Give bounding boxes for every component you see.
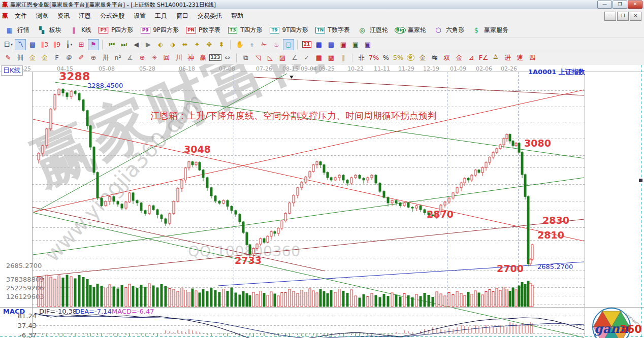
fan-box-tool[interactable]: ◺ <box>265 52 276 63</box>
t9-square-button[interactable]: T99T四方形 <box>268 23 310 37</box>
kline-mode-label[interactable]: 日K线 <box>1 65 23 76</box>
spiral-square-tool[interactable]: 回 <box>161 52 172 63</box>
percent7-tool[interactable]: 7% <box>368 52 379 63</box>
grid-tool[interactable]: ▦ <box>313 52 325 63</box>
bars-tool[interactable]: 非 <box>356 52 367 63</box>
starburst-tool[interactable]: ✳ <box>149 52 160 63</box>
menu-item-资讯[interactable]: 资讯 <box>53 10 74 22</box>
menu-item-江恩[interactable]: 江恩 <box>74 10 95 22</box>
bars-9-icon[interactable]: ‖9 <box>51 39 62 50</box>
menu-item-工具[interactable]: 工具 <box>150 10 172 22</box>
t-number-button-glyph[interactable]: TN <box>315 24 326 36</box>
angle-a-tool[interactable]: ∡ <box>124 52 136 63</box>
hexagon-button[interactable]: ⬡六角形 <box>431 23 466 37</box>
fence2-tool[interactable]: 卅 <box>100 52 111 63</box>
angle-lines-tool[interactable]: ∠ <box>289 52 300 63</box>
close-button[interactable]: ✕ <box>628 1 642 9</box>
menu-item-公式选股[interactable]: 公式选股 <box>95 10 129 22</box>
angle-eq-tool[interactable]: ⊿ <box>466 52 477 63</box>
calendar-icon[interactable]: 21 <box>301 39 312 50</box>
skip-start-button[interactable]: ⏮ <box>106 39 117 50</box>
diamond-right-button[interactable]: ⬗ <box>167 39 178 50</box>
box-tool[interactable]: ⧉ <box>240 52 251 63</box>
circle-cross-tool[interactable]: ⊕ <box>137 52 148 63</box>
n2-tool[interactable]: n² <box>112 52 123 63</box>
menu-item-文件[interactable]: 文件 <box>10 10 31 22</box>
pen2-tool[interactable]: ✐ <box>76 52 87 63</box>
double-a-tool[interactable]: 双 <box>441 52 453 63</box>
ruler-tool[interactable]: 123 <box>210 52 221 63</box>
f-angle-tool[interactable]: F∠ <box>478 52 489 63</box>
fan-tool[interactable]: ◹ <box>252 52 264 63</box>
knife-tool[interactable]: ↹ <box>429 52 440 63</box>
bars-3-icon[interactable]: ‖3 <box>39 39 50 50</box>
stamp-tool[interactable]: ♨ <box>271 39 282 50</box>
maximize-button[interactable]: ❐ <box>613 1 627 9</box>
p9-square-button[interactable]: P99P四方形 <box>138 23 180 37</box>
candle-style-dropdown[interactable]: 日▾ <box>3 39 14 50</box>
document-icon[interactable]: ▤ <box>27 39 38 50</box>
winner-wheel-button[interactable]: Big赢家轮 <box>393 23 428 37</box>
gann-wheel-button-glyph[interactable]: ◎ <box>357 24 368 36</box>
gann-wheel-button[interactable]: ◎江恩轮 <box>355 23 390 37</box>
t-square-button-glyph[interactable]: T3 <box>227 24 238 36</box>
percent5-tool[interactable]: 5% <box>393 52 404 63</box>
mdi-close-button[interactable]: ✕ <box>630 12 641 21</box>
candle-dropdown[interactable]: ╽▾ <box>63 39 75 50</box>
zigzag-window-icon[interactable]: 〽 <box>15 39 26 50</box>
gold-red-tool[interactable]: 金 <box>454 52 465 63</box>
kline-button-glyph[interactable]: ∥ <box>68 24 79 36</box>
sectors-button-glyph[interactable]: ▚ <box>36 24 47 36</box>
grid2-tool[interactable]: ▩ <box>326 52 337 63</box>
p-number-button[interactable]: PNP数字表 <box>184 23 222 37</box>
wave-tool[interactable]: 川 <box>173 52 184 63</box>
width-tool[interactable]: ⇔ <box>222 52 233 63</box>
service-button[interactable]: $赢家服务 <box>469 23 510 37</box>
t9-square-button-glyph[interactable]: T9 <box>269 24 280 36</box>
import-icon[interactable]: ▣ <box>362 39 373 50</box>
sectors-button[interactable]: ▚板块 <box>35 23 63 37</box>
spiral-tool[interactable]: ＠ <box>63 52 75 63</box>
quotes-button[interactable]: ▦行情 <box>3 23 31 37</box>
diamond-cross-button[interactable]: ✥ <box>204 39 215 50</box>
parallel-tool[interactable]: ∥ <box>338 52 349 63</box>
selection-handle[interactable] <box>639 179 642 182</box>
quotes-button-glyph[interactable]: ▦ <box>4 24 15 36</box>
f-fence-tool[interactable]: F <box>51 52 62 63</box>
p-square-button[interactable]: P3P四方形 <box>96 23 135 37</box>
service-button-glyph[interactable]: $ <box>471 24 482 36</box>
crosshair-tool[interactable]: ＋ <box>246 39 257 50</box>
diamond-left-button[interactable]: ⬖ <box>155 39 166 50</box>
pattern-box-icon[interactable]: ⊞ <box>76 39 87 50</box>
ying-tool[interactable]: 赢 <box>198 52 209 63</box>
menu-item-设置[interactable]: 设置 <box>129 10 150 22</box>
roundbox-tool[interactable]: ▢ <box>283 39 294 50</box>
prev-button[interactable]: ◀ <box>131 39 142 50</box>
mdi-restore-button[interactable]: ❐ <box>617 12 629 21</box>
fence-tool[interactable]: 卌 <box>15 52 26 63</box>
p-square-button-glyph[interactable]: P3 <box>98 24 109 36</box>
si-tool[interactable]: 四 <box>527 52 538 63</box>
gold-circle-tool[interactable]: 金 <box>405 52 416 63</box>
calculator-icon[interactable]: ▦ <box>313 39 325 50</box>
hexagon-button-glyph[interactable]: ⬡ <box>433 24 444 36</box>
gann-box-tool[interactable]: ▨ <box>277 52 288 63</box>
check-tool[interactable]: ✓ <box>301 52 312 63</box>
diamond-center-button[interactable]: ✦ <box>191 39 203 50</box>
export-icon[interactable]: ▣ <box>350 39 361 50</box>
t-number-button[interactable]: TNT数字表 <box>313 23 351 37</box>
diamond-hsplit-button[interactable]: ⬌ <box>179 39 190 50</box>
minimize-button[interactable]: — <box>597 1 612 9</box>
skip-end-button[interactable]: ⏭ <box>118 39 130 50</box>
hand-tool[interactable]: ✋ <box>234 39 245 50</box>
scissors-tool[interactable]: ✁ <box>259 39 270 50</box>
winner-wheel-button-glyph[interactable]: Big <box>395 24 406 36</box>
notes-icon[interactable]: ▤ <box>326 39 337 50</box>
target-tool[interactable]: ⊕ <box>88 52 99 63</box>
mdi-system-icon[interactable]: 赢 <box>2 12 8 20</box>
kline-button[interactable]: ∥K线 <box>67 23 93 37</box>
percent-tool[interactable]: % <box>380 52 392 63</box>
t-square-button[interactable]: T3T四方形 <box>226 23 264 37</box>
jin-tool[interactable]: 进 <box>502 52 513 63</box>
menu-item-交易委托[interactable]: 交易委托 <box>193 10 227 22</box>
